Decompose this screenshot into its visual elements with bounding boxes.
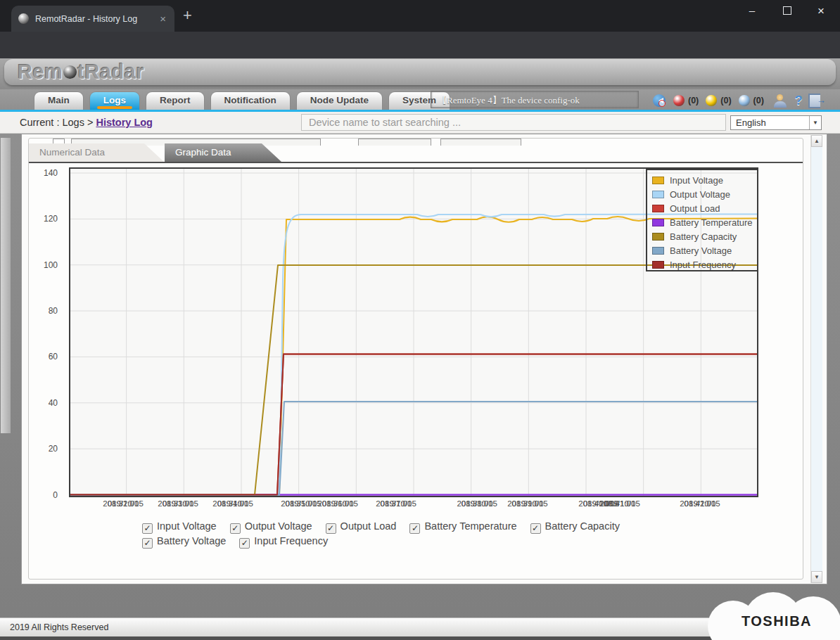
- clipped-button-1[interactable]: [358, 139, 431, 146]
- toshiba-logo: TOSHIBA: [706, 589, 840, 640]
- new-tab-button[interactable]: +: [183, 8, 192, 23]
- y-tick-0: 0: [31, 490, 58, 500]
- y-tick-60: 60: [31, 352, 58, 361]
- scrollbar-thumb[interactable]: [1, 138, 11, 433]
- alarm-orb-info[interactable]: [739, 95, 750, 106]
- legend-item: Input Voltage: [652, 173, 757, 187]
- window-close-button[interactable]: ×: [810, 4, 832, 18]
- breadcrumb-history-log-link[interactable]: History Log: [96, 117, 153, 128]
- alarm-count-critical: (0): [688, 96, 699, 105]
- legend-swatch: [652, 219, 664, 226]
- legend-label: Output Load: [670, 203, 720, 214]
- filter-output-load[interactable]: ✓Output Load: [326, 520, 397, 534]
- browser-tab[interactable]: RemotRadar - History Log ×: [11, 6, 174, 32]
- legend-swatch: [652, 177, 664, 184]
- series-filter-row-1: ✓Input Voltage✓Output Voltage✓Output Loa…: [142, 520, 620, 534]
- app-logo: RemtRadar: [18, 60, 144, 84]
- language-select[interactable]: English ▼: [730, 115, 822, 130]
- filter-battery-capacity[interactable]: ✓Battery Capacity: [530, 520, 620, 534]
- breadcrumb: Current : Logs > History Log: [20, 117, 153, 128]
- browser-tab-title: RemotRadar - History Log: [35, 14, 152, 24]
- legend-item: Input Frequency: [652, 257, 757, 271]
- legend-item: Battery Capacity: [652, 229, 757, 243]
- filter-battery-voltage[interactable]: ✓Battery Voltage: [142, 535, 226, 549]
- tab-close-icon[interactable]: ×: [158, 13, 167, 25]
- logo-text-post: tRadar: [77, 60, 144, 83]
- checkbox-icon[interactable]: ✓: [142, 523, 153, 534]
- y-tick-80: 80: [31, 306, 58, 316]
- clipped-button-2[interactable]: [440, 139, 521, 146]
- chart-legend: Input VoltageOutput VoltageOutput LoadBa…: [646, 169, 758, 271]
- browser-tab-strip: RemotRadar - History Log × + – ×: [0, 0, 840, 32]
- help-icon[interactable]: ?: [795, 94, 803, 108]
- filter-output-voltage[interactable]: ✓Output Voltage: [230, 520, 312, 534]
- tab-graphic-data[interactable]: Graphic Data: [165, 143, 281, 162]
- copyright-text: 2019 All Rights Reserved: [10, 622, 108, 632]
- mute-speaker-icon[interactable]: [653, 94, 666, 107]
- alarm-orb-critical[interactable]: [673, 95, 685, 106]
- browser-toolbar: ← → ↻ ⓘ Not secure 10.98.19.15/cloud/pub…: [0, 32, 840, 58]
- nav-tab-node-update[interactable]: Node Update: [296, 91, 383, 110]
- filter-battery-temperature[interactable]: ✓Battery Temperature: [409, 520, 516, 534]
- toshiba-brand-text: TOSHIBA: [742, 613, 812, 629]
- main-nav-tabs: MainLogsReportNotificationNode UpdateSys…: [34, 89, 450, 110]
- panel-scrollbar[interactable]: ▲ ▼: [810, 135, 822, 583]
- tab-divider-rule: [29, 162, 803, 163]
- chevron-down-icon: ▼: [809, 116, 821, 129]
- y-tick-40: 40: [31, 398, 58, 408]
- legend-item: Battery Temperature: [652, 215, 757, 229]
- legend-label: Battery Voltage: [670, 245, 732, 256]
- window-maximize-button[interactable]: [777, 4, 798, 17]
- window-minimize-button[interactable]: –: [742, 4, 763, 16]
- legend-label: Battery Capacity: [670, 231, 737, 242]
- logo-sphere-icon: [63, 65, 77, 79]
- legend-swatch: [652, 261, 664, 269]
- legend-item: Output Load: [652, 201, 757, 215]
- device-search-input[interactable]: [301, 114, 726, 131]
- checkbox-icon[interactable]: ✓: [326, 523, 336, 534]
- legend-swatch: [652, 247, 664, 255]
- checkbox-icon[interactable]: ✓: [230, 523, 241, 534]
- alarm-orb-warning[interactable]: [706, 95, 717, 106]
- filter-input-frequency[interactable]: ✓Input Frequency: [239, 535, 328, 549]
- scroll-up-button[interactable]: ▲: [811, 135, 822, 147]
- legend-swatch: [652, 205, 664, 212]
- user-profile-icon[interactable]: [774, 94, 787, 108]
- alarm-count-warning: (0): [720, 96, 731, 105]
- legend-label: Battery Temperature: [670, 217, 753, 228]
- favicon-icon: [18, 13, 29, 24]
- y-tick-100: 100: [31, 260, 58, 270]
- y-tick-120: 120: [31, 214, 58, 224]
- x-axis-labels: 2019/10/1508:32:002019/10/1508:33:002019…: [69, 499, 758, 520]
- device-status-message: 【RemtoEye 4】The device config-ok: [431, 91, 639, 108]
- y-tick-140: 140: [31, 168, 58, 178]
- alarm-count-info: (0): [753, 96, 764, 105]
- checkbox-icon[interactable]: ✓: [409, 523, 420, 534]
- scroll-down-button[interactable]: ▼: [811, 571, 822, 583]
- legend-label: Input Voltage: [670, 175, 723, 186]
- legend-label: Output Voltage: [670, 189, 730, 200]
- legend-label: Input Frequency: [670, 260, 736, 270]
- checkbox-icon[interactable]: ✓: [239, 538, 250, 549]
- legend-item: Output Voltage: [652, 187, 757, 201]
- legend-item: Battery Voltage: [652, 243, 757, 257]
- nav-tab-logs[interactable]: Logs: [89, 91, 140, 110]
- filter-input-voltage[interactable]: ✓Input Voltage: [142, 520, 217, 534]
- nav-tab-report[interactable]: Report: [146, 91, 205, 110]
- logo-text-pre: Rem: [18, 60, 63, 83]
- checkbox-icon[interactable]: ✓: [530, 523, 541, 534]
- language-selected: English: [736, 117, 766, 128]
- tab-numerical-data[interactable]: Numerical Data: [29, 143, 164, 162]
- logout-icon[interactable]: [808, 94, 820, 108]
- y-tick-20: 20: [31, 444, 58, 454]
- series-filter-row-2: ✓Battery Voltage✓Input Frequency: [142, 535, 328, 549]
- alarm-indicator-bar: (0)(0)(0)?: [653, 92, 820, 109]
- y-axis-labels: 020406080100120140: [35, 167, 62, 497]
- legend-swatch: [652, 191, 664, 198]
- nav-tab-main[interactable]: Main: [34, 91, 84, 110]
- checkbox-icon[interactable]: ✓: [142, 538, 153, 549]
- breadcrumb-prefix: Current : Logs >: [20, 117, 96, 128]
- nav-tab-notification[interactable]: Notification: [210, 91, 291, 110]
- legend-swatch: [652, 233, 664, 241]
